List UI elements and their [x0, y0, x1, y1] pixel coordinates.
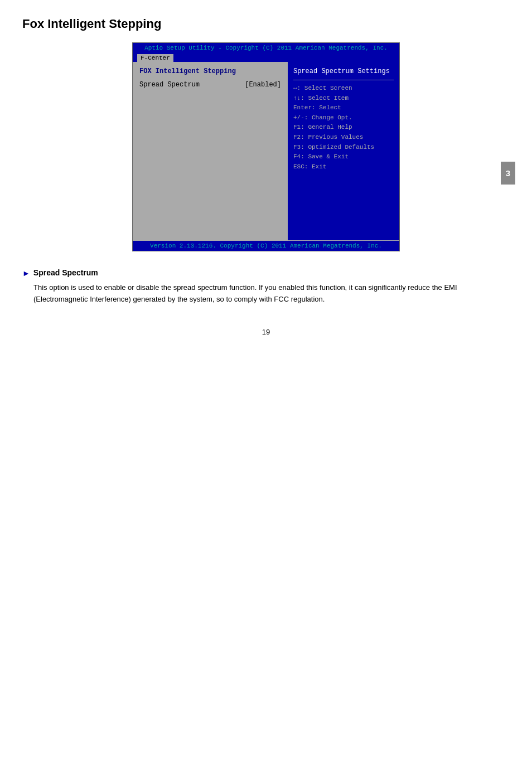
spread-spectrum-value: [Enabled] — [245, 81, 281, 89]
bios-help-title: Spread Spectrum Settings — [293, 67, 394, 75]
nav-esc-exit: ESC: Exit — [293, 162, 394, 172]
spread-spectrum-section-label: Spread Spectrum — [33, 268, 98, 277]
bios-section-title: FOX Intelligent Stepping — [139, 67, 281, 75]
bios-nav-help: ↔: Select Screen ↑↓: Select Item Enter: … — [293, 84, 394, 172]
bios-tab-row: F-Center — [133, 53, 399, 62]
spread-spectrum-menu-item[interactable]: Spread Spectrum [Enabled] — [139, 81, 281, 89]
chapter-tab: 3 — [501, 162, 515, 185]
nav-enter-select: Enter: Select — [293, 103, 394, 113]
bios-footer: Version 2.13.1216. Copyright (C) 2011 Am… — [133, 240, 399, 251]
nav-f1-help: F1: General Help — [293, 123, 394, 133]
help-divider — [293, 80, 394, 80]
nav-select-item: ↑↓: Select Item — [293, 94, 394, 104]
bios-right-panel: Spread Spectrum Settings ↔: Select Scree… — [288, 62, 399, 240]
triangle-icon: ► — [22, 269, 30, 278]
bios-header: Aptio Setup Utility - Copyright (C) 2011… — [133, 43, 399, 53]
bios-body: FOX Intelligent Stepping Spread Spectrum… — [133, 62, 399, 240]
page-title: Fox Intelligent Stepping — [22, 17, 510, 31]
nav-change-opt: +/-: Change Opt. — [293, 113, 394, 123]
nav-f3-defaults: F3: Optimized Defaults — [293, 143, 394, 153]
nav-f2-previous: F2: Previous Values — [293, 133, 394, 143]
page-number: 19 — [22, 328, 510, 336]
bios-tab[interactable]: F-Center — [137, 54, 173, 62]
nav-select-screen: ↔: Select Screen — [293, 84, 394, 94]
nav-f4-save: F4: Save & Exit — [293, 152, 394, 162]
spread-spectrum-heading: ► Spread Spectrum — [22, 268, 510, 278]
spread-spectrum-description: This option is used to enable or disable… — [33, 282, 510, 306]
spread-spectrum-label: Spread Spectrum — [139, 81, 200, 89]
bios-left-panel: FOX Intelligent Stepping Spread Spectrum… — [133, 62, 288, 240]
bios-screen: Aptio Setup Utility - Copyright (C) 2011… — [132, 42, 400, 251]
